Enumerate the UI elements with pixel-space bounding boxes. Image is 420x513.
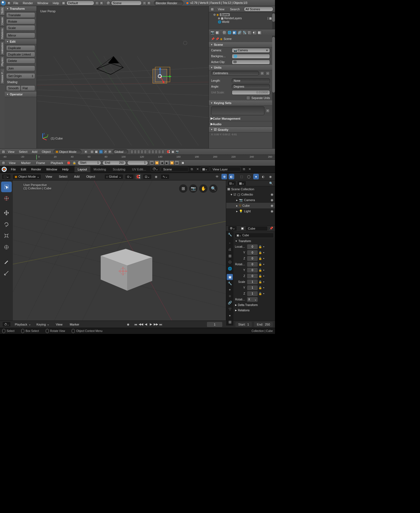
- outliner-tree[interactable]: ⊖◉Scene ⊕▦RenderLayers|▦ 🌐World: [209, 12, 272, 29]
- duplicate-button[interactable]: Duplicate: [6, 45, 35, 51]
- snap-toggle[interactable]: 🧲: [136, 174, 141, 179]
- wire-shade-icon[interactable]: ◯: [246, 174, 252, 179]
- pin-icon[interactable]: 📌: [269, 227, 273, 230]
- join-button[interactable]: Join: [6, 66, 35, 71]
- prop-texture-icon[interactable]: ▩: [257, 30, 262, 35]
- camera-icon[interactable]: 📷: [189, 184, 197, 193]
- vtab-create[interactable]: Create: [0, 16, 5, 27]
- loc-y[interactable]: 0: [247, 250, 258, 255]
- menu-edit[interactable]: Edit: [18, 168, 29, 171]
- tab-viewlayer-icon[interactable]: ▦: [227, 253, 233, 259]
- view-menu[interactable]: View: [43, 175, 55, 178]
- scl-z[interactable]: 1: [247, 291, 258, 296]
- panel-edit[interactable]: Edit: [5, 39, 37, 44]
- screen-browse-icon[interactable]: ⊞: [62, 1, 66, 5]
- manip-r-icon[interactable]: ⟳: [108, 150, 112, 154]
- units-select[interactable]: Centimeters: [211, 71, 259, 76]
- breadcrumb-scene[interactable]: Scene: [224, 37, 231, 40]
- prev-key-icon[interactable]: ⏪: [154, 160, 159, 165]
- unit-scale-field[interactable]: 0.010000: [232, 90, 270, 95]
- transform-section[interactable]: Transform: [235, 239, 274, 244]
- play-icon[interactable]: ▶: [148, 322, 153, 327]
- panel-keying[interactable]: Keying Sets: [209, 100, 272, 106]
- prop-scene-icon[interactable]: 🞊: [222, 30, 227, 35]
- lock-icon[interactable]: 🔓: [259, 245, 262, 248]
- outliner-search[interactable]: Search: [228, 8, 242, 11]
- scene-field[interactable]: Scene: [111, 1, 142, 5]
- layers-icon[interactable]: ▦: [95, 150, 98, 154]
- current-frame-field[interactable]: 1: [127, 160, 148, 165]
- duplicate-linked-button[interactable]: Duplicate Linked: [6, 52, 35, 57]
- play-rev-icon[interactable]: ◀: [143, 322, 148, 327]
- view-type-icon[interactable]: ◳: [1, 150, 5, 154]
- rotmode-select[interactable]: X⌄: [247, 297, 258, 302]
- tl-view[interactable]: View: [7, 161, 18, 165]
- lamp-object[interactable]: [183, 41, 187, 45]
- camera-view-icon[interactable]: ⊞: [179, 184, 187, 193]
- layer-buttons[interactable]: [130, 150, 165, 154]
- rotate-button[interactable]: Rotate: [6, 19, 35, 24]
- jump-end-icon[interactable]: ⏭: [158, 322, 163, 327]
- tab-modeling[interactable]: Modeling: [90, 166, 110, 172]
- bg-field[interactable]: 🌐: [232, 54, 270, 59]
- translate-button[interactable]: Translate: [6, 12, 35, 18]
- vtab-physics[interactable]: Physics: [0, 56, 5, 68]
- manipulator-icon[interactable]: ↔: [99, 150, 103, 154]
- next-key-icon[interactable]: ▶▶: [153, 322, 158, 327]
- del-layout-icon[interactable]: ✕: [100, 1, 103, 5]
- tab-tool-icon[interactable]: 🔧: [227, 232, 233, 238]
- outliner-type-icon[interactable]: ⊟: [210, 7, 214, 11]
- editor-type[interactable]: ⬚⌄: [2, 174, 11, 179]
- tab-material-icon[interactable]: ●: [227, 312, 233, 319]
- xray-toggle[interactable]: ⬚: [239, 174, 244, 179]
- snap-icon[interactable]: 🧲: [166, 150, 170, 154]
- mode-select[interactable]: ▣ Object Mode: [54, 149, 81, 154]
- mirror-button[interactable]: Mirror: [6, 33, 35, 38]
- manip-t-icon[interactable]: ↗: [103, 150, 107, 154]
- vtab-grease[interactable]: Grease P…: [0, 68, 5, 85]
- sep-units-check[interactable]: [246, 96, 250, 100]
- solid-shade-icon[interactable]: ●: [253, 174, 259, 179]
- 3d-viewport[interactable]: User Perspective (1) Collection | Cube ⊞…: [13, 180, 226, 321]
- vtab-relations[interactable]: Relations: [0, 27, 5, 41]
- prop-layers-icon[interactable]: ▦: [215, 30, 220, 35]
- tab-scene-icon[interactable]: 🞊: [227, 259, 233, 265]
- orient-select[interactable]: Global: [113, 149, 128, 154]
- loc-z[interactable]: 0: [247, 256, 258, 261]
- shading-icon[interactable]: ●: [84, 150, 88, 154]
- pan-icon[interactable]: ✋: [199, 184, 207, 193]
- tool-transform[interactable]: [1, 242, 12, 252]
- menu-file[interactable]: File: [11, 1, 21, 5]
- start-field[interactable]: Start:1: [78, 160, 101, 165]
- prop-material-icon[interactable]: ●: [252, 30, 257, 35]
- menu-render[interactable]: Render: [29, 168, 44, 171]
- scene-collection[interactable]: Scene Collection: [231, 187, 254, 191]
- tl-type-icon[interactable]: ⏱: [1, 161, 5, 165]
- tl-marker[interactable]: Marker: [19, 161, 33, 165]
- matprev-shade-icon[interactable]: ◐: [260, 174, 266, 179]
- outliner-view[interactable]: View: [216, 8, 227, 11]
- propedit-toggle[interactable]: ◉: [153, 174, 159, 179]
- panel-gravity[interactable]: ☑Gravity: [209, 127, 272, 133]
- add-menu[interactable]: Add: [30, 150, 40, 153]
- smooth-button[interactable]: Smooth: [6, 85, 21, 91]
- panel-operator[interactable]: Operator: [5, 92, 37, 97]
- rot-y[interactable]: 0: [247, 268, 258, 273]
- overlay-toggle[interactable]: ◐: [229, 174, 234, 179]
- filter-icon[interactable]: 🔍: [268, 180, 274, 186]
- vtab-tools[interactable]: Tools: [0, 6, 5, 15]
- scl-y[interactable]: 1: [247, 285, 258, 290]
- pivot-icon[interactable]: ⊙: [90, 150, 94, 154]
- layout-field[interactable]: Default: [66, 1, 94, 5]
- prop-object-icon[interactable]: ▣: [232, 30, 237, 35]
- tl-view[interactable]: View: [53, 323, 65, 326]
- del-scene-icon[interactable]: ✕: [195, 167, 200, 172]
- orient-select[interactable]: ↕ Global ⌄: [104, 174, 123, 179]
- props-type[interactable]: ⚙⌄: [228, 226, 237, 231]
- tab-layout[interactable]: Layout: [74, 166, 90, 172]
- menu-help[interactable]: Help: [60, 168, 71, 171]
- tool-rotate[interactable]: [1, 219, 12, 230]
- delta-section[interactable]: Delta Transform: [235, 302, 274, 308]
- playhead[interactable]: [36, 155, 37, 160]
- menu-window[interactable]: Window: [44, 168, 60, 171]
